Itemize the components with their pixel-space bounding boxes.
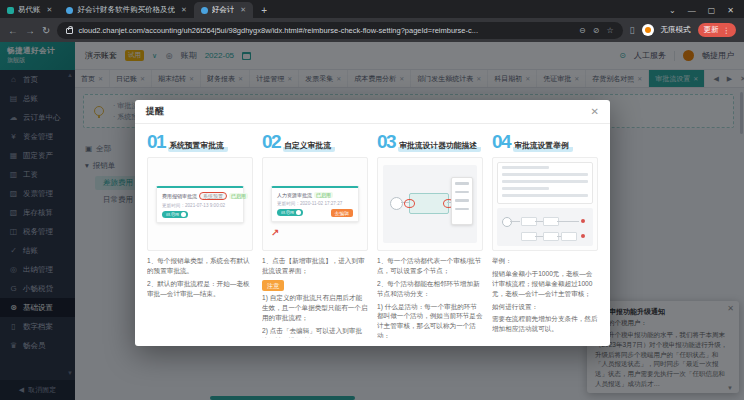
incognito-label: 无痕模式	[661, 25, 691, 35]
section-number: 03	[377, 132, 395, 151]
node-menu-popup	[451, 177, 473, 225]
section-number: 01	[147, 132, 165, 151]
browser-tabstrip: 易代账 ✕ 好会计财务软件购买价格及优 ✕ 好会计 ✕ + ⌄ — ▢ ✕	[0, 0, 744, 18]
branch-flow-thumbnail	[497, 208, 593, 246]
highlight-ellipse	[404, 199, 415, 208]
flow-name: 费用报销审批流	[162, 193, 197, 199]
side-panel-icon[interactable]: ▯	[630, 25, 635, 35]
browser-toolbar-right: ▯ 无痕模式 更新 ⋮	[630, 23, 736, 37]
window-controls: ⌄ — ▢ ✕	[659, 6, 744, 18]
update-time: 更新时间：2020-11-02 17:27:27	[277, 201, 353, 206]
url-field[interactable]: cloud2.chanjet.com/accounting/uh26t264j5…	[57, 22, 622, 39]
section-title: 审批流设置举例	[513, 140, 573, 152]
lock-icon	[66, 28, 73, 34]
preset-flow-card: 费用报销审批流 系统预置 已启用 更新时间：2021-07-13 9:00:02…	[156, 186, 244, 223]
edit-button: 去编辑	[331, 209, 353, 217]
modal-header: 提醒 ✕	[135, 100, 610, 124]
end-dot	[581, 219, 585, 223]
new-tab-button[interactable]: +	[261, 5, 267, 16]
section-title: 自定义审批流	[283, 140, 335, 152]
reload-icon[interactable]: ↻	[42, 25, 50, 36]
start-node	[390, 197, 403, 210]
reminder-modal: 提醒 ✕ 01 系统预置审批流 费用报销审批流 系统预置 已启用	[135, 100, 610, 346]
enable-toggle: 已启用	[277, 209, 303, 216]
section-illustration: 费用报销审批流 系统预置 已启用 更新时间：2021-07-13 9:00:02…	[147, 157, 253, 251]
browser-addressbar: ← → ↻ cloud2.chanjet.com/accounting/uh26…	[0, 18, 744, 42]
modal-title: 提醒	[146, 105, 164, 118]
enable-toggle: 已启用	[162, 211, 188, 218]
section-illustration	[492, 157, 598, 251]
bookmark-star-icon[interactable]: ☆	[606, 26, 613, 35]
maximize-icon[interactable]: ▢	[708, 6, 716, 15]
note-badge: 注意	[262, 280, 284, 291]
profile-avatar[interactable]	[642, 24, 654, 36]
site-favicon	[7, 7, 14, 14]
status-badge: 已启用	[314, 192, 333, 198]
section-illustration: 人力资源审批流 已启用 更新时间：2020-11-02 17:27:27 已启用…	[262, 157, 368, 251]
tab-search-icon[interactable]: ⌄	[669, 6, 676, 15]
update-time: 更新时间：2021-07-13 9:00:02	[162, 203, 238, 208]
red-arrow-icon: ↗	[271, 227, 279, 238]
status-badge: 已启用	[229, 193, 248, 199]
browser-tab-pricing[interactable]: 好会计财务软件购买价格及优 ✕	[59, 2, 193, 18]
section-title: 系统预置审批流	[168, 140, 228, 152]
branch-settings-thumbnail	[497, 162, 593, 204]
browser-tab-yidaizhang[interactable]: 易代账 ✕	[0, 2, 59, 18]
forward-icon[interactable]: →	[25, 25, 35, 36]
shield-icon[interactable]: ⊘	[593, 26, 600, 35]
modal-section-4: 04 审批流设置举例	[492, 132, 598, 338]
close-tab-icon[interactable]: ✕	[47, 6, 53, 14]
site-favicon	[66, 7, 73, 14]
menu-dots-icon[interactable]: ⋮	[723, 26, 731, 35]
close-tab-icon[interactable]: ✕	[181, 6, 187, 14]
custom-flow-card: 人力资源审批流 已启用 更新时间：2020-11-02 17:27:27 已启用…	[271, 186, 359, 222]
close-window-icon[interactable]: ✕	[727, 6, 734, 15]
modal-section-2: 02 自定义审批流 人力资源审批流 已启用 更新时间：2020-11-02 17…	[262, 132, 368, 338]
close-tab-icon[interactable]: ✕	[240, 6, 246, 14]
zoom-icon[interactable]: ⊖	[579, 26, 586, 35]
modal-section-1: 01 系统预置审批流 费用报销审批流 系统预置 已启用 更新时间：2021-07…	[147, 132, 253, 338]
section-number: 02	[262, 132, 280, 151]
section-illustration	[377, 157, 483, 251]
flow-name: 人力资源审批流	[277, 192, 312, 198]
site-favicon	[201, 7, 208, 14]
modal-section-3: 03 审批流设计器功能描述	[377, 132, 483, 338]
app-window: 畅捷通好会计 旗舰版 演示账套 试用 ∨ ⊛ 账期 2022-05 ⊙ 人工服务…	[0, 42, 744, 400]
section-number: 04	[492, 132, 510, 151]
end-dot	[581, 234, 585, 238]
browser-tab-haokuaiji[interactable]: 好会计 ✕	[194, 2, 253, 18]
preset-pill: 系统预置	[199, 192, 227, 200]
chrome-update-button[interactable]: 更新 ⋮	[698, 23, 737, 37]
minimize-icon[interactable]: —	[688, 6, 696, 15]
modal-close-icon[interactable]: ✕	[591, 106, 599, 117]
flow-designer-thumbnail	[383, 165, 477, 243]
back-icon[interactable]: ←	[8, 25, 18, 36]
section-title: 审批流设计器功能描述	[398, 140, 481, 152]
